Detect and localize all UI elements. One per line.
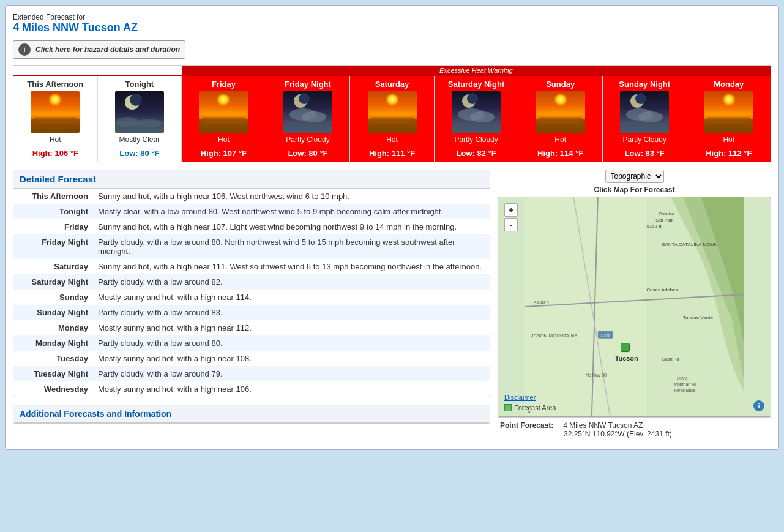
map-zoom-controls: + -	[504, 203, 518, 231]
period-name: Saturday	[13, 259, 93, 274]
table-row: Saturday Sunny and hot, with a high near…	[13, 259, 490, 274]
svg-text:Force Base: Force Base	[674, 388, 696, 392]
right-column: Topographic Click Map For Forecast	[498, 170, 771, 442]
day-temp: Low: 80 °F	[100, 149, 179, 158]
period-desc: Mostly sunny and hot, with a high near 1…	[93, 320, 490, 335]
day-condition: Partly Cloudy	[605, 135, 684, 144]
svg-text:Catalina: Catalina	[659, 212, 674, 216]
disclaimer-link[interactable]: Disclaimer	[504, 394, 536, 401]
forecast-area-legend: Forecast Area	[504, 404, 556, 411]
day-condition: Hot	[521, 135, 600, 144]
point-forecast-label: Point Forecast:	[500, 421, 561, 430]
day-name: Saturday Night	[437, 80, 516, 89]
day-col: Saturday Night Partly Cloudy Low: 82 °F	[435, 76, 519, 162]
location-name[interactable]: 4 Miles NNW Tucson AZ	[13, 21, 771, 34]
day-condition: Partly Cloudy	[269, 135, 348, 144]
day-col: Tonight Mostly Clear Low: 80 °F	[98, 76, 182, 162]
hazard-bar[interactable]: i Click here for hazard details and dura…	[13, 40, 185, 59]
content-row: Detailed Forecast This Afternoon Sunny a…	[13, 170, 771, 442]
day-col: Saturday Hot High: 111 °F	[350, 76, 435, 162]
day-col: This Afternoon Hot High: 106 °F	[13, 76, 98, 162]
svg-text:Tucson: Tucson	[615, 354, 638, 362]
period-name: Saturday Night	[13, 274, 93, 290]
day-temp: Low: 80 °F	[269, 149, 348, 158]
table-row: Tuesday Mostly sunny and hot, with a hig…	[13, 351, 490, 366]
day-name: Sunday Night	[605, 80, 684, 89]
svg-rect-10	[202, 117, 245, 124]
svg-text:Casas Adobes: Casas Adobes	[646, 287, 678, 293]
day-condition: Partly Cloudy	[437, 135, 516, 144]
map-info-icon[interactable]: i	[753, 400, 764, 411]
svg-rect-18	[371, 117, 414, 124]
additional-section: Additional Forecasts and Information	[13, 405, 490, 424]
period-name: Sunday	[13, 290, 93, 305]
table-row: Saturday Night Partly cloudy, with a low…	[13, 274, 490, 290]
svg-text:No Hwy 88: No Hwy 88	[586, 373, 607, 378]
day-condition: Mostly Clear	[100, 135, 179, 144]
day-name: Sunday	[521, 80, 600, 89]
day-icon	[199, 91, 248, 133]
period-desc: Mostly sunny and hot, with a high near 1…	[93, 351, 490, 366]
svg-text:Star Park: Star Park	[655, 218, 674, 222]
period-name: Wednesday	[13, 381, 93, 397]
hazard-link[interactable]: Click here for hazard details and durati…	[35, 45, 180, 54]
period-name: Monday	[13, 320, 93, 335]
table-row: Tonight Mostly clear, with a low around …	[13, 204, 490, 219]
table-row: Wednesday Mostly sunny and hot, with a h…	[13, 381, 490, 397]
svg-rect-34	[707, 117, 750, 124]
detailed-forecast-section: Detailed Forecast This Afternoon Sunny a…	[13, 170, 490, 397]
day-condition: Hot	[353, 135, 431, 144]
day-condition: Hot	[184, 135, 263, 144]
svg-point-0	[45, 94, 65, 113]
legend-square	[504, 404, 512, 411]
day-col: Sunday Hot High: 114 °F	[518, 76, 603, 162]
day-icon	[31, 91, 80, 133]
day-condition: Hot	[16, 135, 95, 144]
map-type-select[interactable]: Topographic	[605, 170, 664, 183]
svg-point-22	[470, 111, 495, 122]
period-desc: Partly cloudy, with a low around 82.	[93, 274, 490, 290]
svg-text:Davis: Davis	[677, 376, 688, 380]
svg-text:4688 ft: 4688 ft	[534, 299, 549, 305]
day-name: Friday Night	[269, 80, 348, 89]
day-temp: High: 114 °F	[521, 149, 600, 158]
svg-point-14	[302, 111, 326, 122]
table-row: Monday Night Partly cloudy, with a low a…	[13, 335, 490, 351]
day-icon	[620, 91, 669, 133]
zoom-out-button[interactable]: -	[504, 218, 518, 231]
svg-text:Monthan Air: Monthan Air	[674, 382, 697, 386]
day-temp: High: 111 °F	[353, 149, 431, 158]
zoom-in-button[interactable]: +	[504, 203, 518, 217]
svg-rect-23	[452, 122, 501, 133]
period-desc: Partly cloudy, with a low around 80.	[93, 335, 490, 351]
map-container[interactable]: I-10 Tucson 9152 ft Catalina Star Park S…	[498, 197, 771, 417]
period-desc: Mostly clear, with a low around 80. West…	[93, 204, 490, 219]
svg-text:9152 ft: 9152 ft	[646, 223, 662, 229]
day-name: Tonight	[100, 80, 179, 89]
extended-label: Extended Forecast for	[13, 13, 771, 21]
svg-text:SANTA CATALINA MOUN: SANTA CATALINA MOUN	[662, 242, 718, 247]
day-temp: High: 106 °F	[16, 149, 95, 158]
svg-rect-15	[283, 122, 332, 133]
day-icon	[283, 91, 332, 133]
svg-point-30	[638, 111, 663, 122]
period-desc: Partly cloudy, with a low around 80. Nor…	[93, 234, 490, 259]
svg-point-32	[719, 94, 739, 113]
day-temp: High: 112 °F	[690, 149, 769, 158]
svg-rect-43	[621, 343, 630, 352]
click-map-label: Click Map For Forecast	[498, 185, 771, 194]
table-row: This Afternoon Sunny and hot, with a hig…	[13, 189, 490, 204]
day-name: Friday	[184, 80, 263, 89]
period-name: Friday Night	[13, 234, 93, 259]
map-controls: Topographic	[498, 170, 771, 183]
svg-rect-31	[620, 122, 669, 133]
day-col: Monday Hot High: 112 °F	[687, 76, 771, 162]
point-forecast-location: 4 Miles NNW Tucson AZ	[563, 421, 643, 430]
period-name: Tuesday Night	[13, 366, 93, 381]
table-row: Monday Mostly sunny and hot, with a high…	[13, 320, 490, 335]
day-temp: High: 107 °F	[184, 149, 263, 158]
forecast-strip: Excessive Heat Warning This Afternoon Ho…	[13, 65, 771, 162]
left-column: Detailed Forecast This Afternoon Sunny a…	[13, 170, 490, 442]
heat-warning-banner: Excessive Heat Warning	[182, 66, 771, 75]
table-row: Tuesday Night Partly cloudy, with a low …	[13, 366, 490, 381]
